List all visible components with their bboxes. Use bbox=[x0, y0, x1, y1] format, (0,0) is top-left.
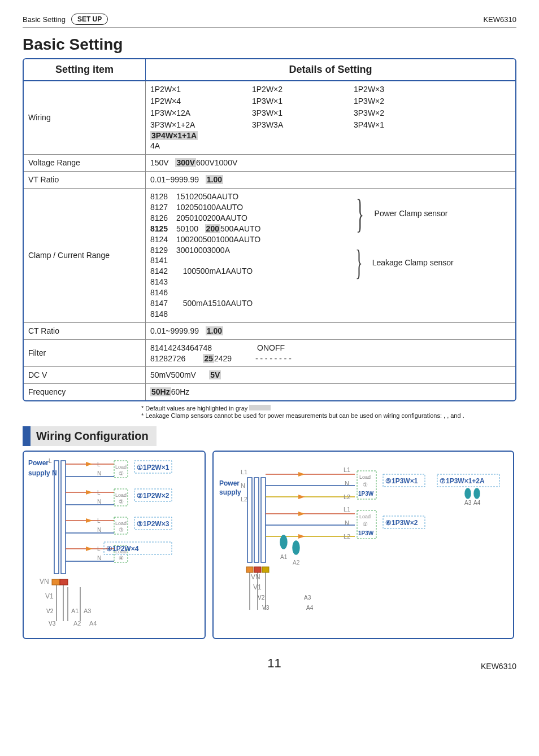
svg-text:VN: VN bbox=[40, 578, 49, 585]
voltage-default: 300V bbox=[175, 158, 196, 167]
svg-text:N: N bbox=[97, 499, 101, 505]
filter-line1-pre: 81414243464748 bbox=[150, 343, 212, 353]
footnotes: * Default values are highlighted in gray… bbox=[141, 405, 516, 419]
clamp-default: 200 bbox=[205, 224, 220, 233]
svg-text:Power: Power bbox=[28, 459, 49, 467]
page-title: Basic Setting bbox=[23, 36, 516, 54]
svg-marker-71 bbox=[298, 495, 305, 499]
svg-rect-62 bbox=[254, 478, 259, 562]
svg-marker-70 bbox=[298, 472, 305, 477]
svg-text:N: N bbox=[97, 555, 101, 561]
brace-label-leak: Leakage Clamp sensor bbox=[372, 257, 454, 268]
svg-text:①: ① bbox=[363, 482, 368, 488]
clamp-id: 8142 bbox=[150, 266, 172, 277]
dcv-default: 5V bbox=[209, 370, 221, 379]
svg-text:①1P2W×1: ①1P2W×1 bbox=[137, 464, 169, 471]
wiring-val: 3P3W×1 bbox=[252, 108, 342, 119]
voltage-pre: 150V bbox=[150, 158, 169, 167]
clamp-id: 8124 bbox=[150, 234, 172, 245]
svg-point-84 bbox=[474, 488, 480, 499]
wiring-val: 3P3W3A bbox=[252, 120, 342, 130]
clamp-id: 8147 bbox=[150, 298, 172, 309]
freq-post: 60Hz bbox=[171, 387, 190, 396]
row-label-ctratio: CT Ratio bbox=[24, 322, 146, 339]
svg-rect-46 bbox=[60, 579, 68, 585]
clamp-id: 8125 bbox=[150, 224, 172, 234]
clamp-id: 8141 bbox=[150, 255, 172, 266]
svg-marker-16 bbox=[86, 490, 93, 495]
clamp-val-pre: 50100 bbox=[176, 224, 198, 233]
wiring-diagram-b: Power supply L1 N L2 L1 N L2 bbox=[212, 451, 514, 639]
clamp-list: 812815102050AAUTO 8127102050100AAUTO 812… bbox=[150, 191, 342, 320]
svg-marker-90 bbox=[298, 512, 305, 516]
svg-text:A4: A4 bbox=[306, 605, 314, 611]
svg-rect-3 bbox=[54, 461, 59, 574]
svg-text:A1: A1 bbox=[280, 554, 288, 560]
wiring-val: 1P2W×1 bbox=[150, 84, 241, 95]
svg-text:supply: supply bbox=[219, 488, 241, 496]
wiring-val: 1P3W×12A bbox=[150, 108, 241, 119]
svg-text:1P3W: 1P3W bbox=[358, 530, 374, 536]
svg-rect-4 bbox=[61, 461, 66, 574]
svg-text:N: N bbox=[97, 527, 101, 533]
table-row: DC V 50mV500mV 5V bbox=[24, 367, 515, 384]
svg-text:V3: V3 bbox=[49, 620, 56, 627]
ctratio-default: 1.00 bbox=[206, 326, 223, 335]
svg-rect-107 bbox=[262, 567, 269, 573]
svg-marker-36 bbox=[86, 547, 93, 551]
svg-rect-105 bbox=[246, 567, 253, 573]
clamp-id: 8129 bbox=[150, 245, 172, 256]
svg-text:⑦1P3W×1+2A: ⑦1P3W×1+2A bbox=[440, 477, 485, 485]
wiring-val: 1P3W×2 bbox=[354, 96, 444, 107]
svg-text:L: L bbox=[97, 518, 101, 524]
dcv-pre: 50mV500mV bbox=[150, 370, 196, 379]
col-header-details: Details of Setting bbox=[146, 59, 516, 81]
svg-text:⑥1P3W×2: ⑥1P3W×2 bbox=[385, 519, 418, 527]
filter-line2-pre: 81282726 bbox=[150, 354, 185, 363]
table-row: Voltage Range 150V 300V600V1000V bbox=[24, 155, 515, 172]
svg-text:Load: Load bbox=[115, 464, 127, 470]
svg-rect-63 bbox=[261, 478, 266, 562]
svg-text:V2: V2 bbox=[46, 608, 54, 614]
freq-default: 50Hz bbox=[150, 387, 171, 396]
svg-text:V2: V2 bbox=[258, 595, 265, 601]
svg-text:①: ① bbox=[119, 470, 124, 477]
clamp-val: 102050100AAUTO bbox=[176, 202, 243, 213]
wiring-val: 1P2W×2 bbox=[252, 84, 342, 95]
clamp-id: 8148 bbox=[150, 309, 172, 320]
svg-text:A4: A4 bbox=[89, 620, 97, 627]
svg-text:L: L bbox=[97, 461, 101, 467]
wiring-val: 1P2W×3 bbox=[354, 84, 444, 95]
clamp-id: 8126 bbox=[150, 213, 172, 224]
col-header-item: Setting item bbox=[24, 59, 146, 81]
clamp-id: 8128 bbox=[150, 191, 172, 202]
footnote-a: * Default values are highlighted in gray bbox=[141, 405, 247, 412]
svg-text:②: ② bbox=[363, 521, 368, 527]
wiring-grid: 1P2W×1 1P2W×2 1P2W×3 1P2W×4 1P3W×1 1P3W×… bbox=[150, 84, 511, 130]
svg-text:A3: A3 bbox=[84, 608, 91, 614]
ctratio-pre: 0.01~9999.99 bbox=[150, 326, 199, 335]
wiring-val: 3P4W×1 bbox=[354, 120, 444, 130]
svg-text:Power: Power bbox=[219, 479, 240, 487]
brace-icon: } bbox=[355, 252, 362, 273]
wiring-val: 1P2W×4 bbox=[150, 96, 241, 107]
clamp-val: 100500mA1AAUTO bbox=[183, 266, 253, 276]
svg-text:④: ④ bbox=[119, 555, 124, 561]
svg-text:L2: L2 bbox=[344, 533, 350, 540]
svg-text:L: L bbox=[49, 458, 52, 464]
clamp-id: 8143 bbox=[150, 277, 172, 287]
wiring-diagram-a: Power L supply N L Load ① N ①1P2W× bbox=[23, 451, 206, 639]
svg-text:L: L bbox=[97, 490, 101, 496]
filter-line2-right: -------- bbox=[254, 353, 292, 364]
row-label-dcv: DC V bbox=[24, 367, 146, 384]
svg-text:N: N bbox=[345, 480, 349, 487]
svg-text:N: N bbox=[97, 470, 101, 477]
svg-text:③1P2W×3: ③1P2W×3 bbox=[137, 520, 169, 528]
svg-text:④1P2W×4: ④1P2W×4 bbox=[106, 545, 139, 553]
svg-text:Load: Load bbox=[359, 514, 371, 519]
svg-rect-61 bbox=[247, 478, 252, 562]
svg-text:V1: V1 bbox=[45, 592, 54, 600]
svg-text:L: L bbox=[97, 546, 101, 552]
svg-point-101 bbox=[280, 535, 287, 549]
settings-table-wrap: Setting item Details of Setting Wiring 1… bbox=[23, 58, 516, 401]
